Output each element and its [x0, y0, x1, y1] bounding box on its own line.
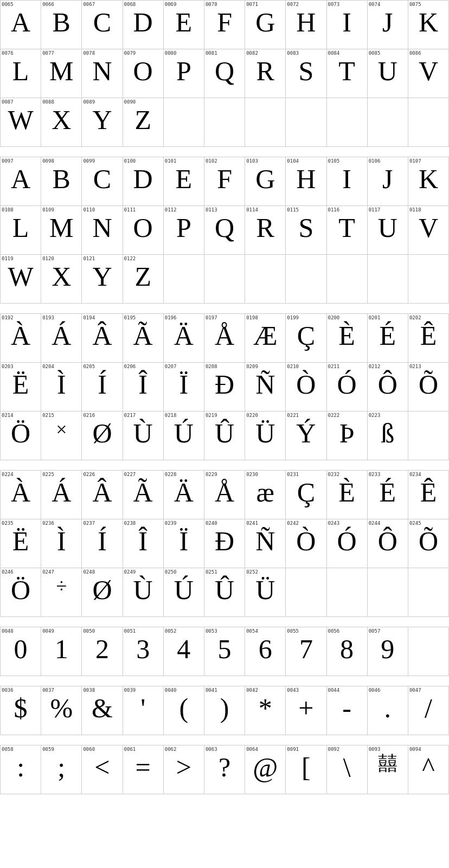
glyph-character: Z: [124, 263, 162, 290]
glyph-character: Ï: [165, 528, 203, 555]
glyph-character: Ô: [369, 528, 407, 555]
glyph-character: C: [83, 165, 121, 192]
glyph-cell: 0252Ü: [245, 568, 286, 617]
glyph-character: 5: [206, 635, 243, 663]
glyph-cell: 0223ß: [368, 412, 408, 460]
glyph-cell: 0213Õ: [408, 363, 449, 412]
glyph-cell: 0237Í: [82, 519, 123, 568]
glyph-cell: 0061=: [123, 745, 164, 794]
glyph-character: Ð: [206, 528, 243, 555]
glyph-character: [: [287, 754, 325, 781]
glyph-character: H: [287, 9, 325, 36]
glyph-character: X: [42, 263, 80, 290]
glyph-cell: 0236Ì: [41, 519, 82, 568]
glyph-cell: 0239Ï: [164, 519, 204, 568]
glyph-cell: 0083S: [286, 49, 326, 98]
glyph-character: Õ: [409, 528, 447, 555]
glyph-cell: 0066B: [41, 1, 82, 49]
glyph-character: H: [287, 165, 325, 192]
font-glyph-chart: 0065A0066B0067C0068D0069E0070F0071G0072H…: [0, 0, 449, 794]
glyph-cell: 0240Ð: [204, 519, 245, 568]
glyph-cell: 0101E: [164, 157, 204, 206]
glyph-character: +: [287, 695, 325, 722]
glyph-cell: 0206Î: [123, 363, 164, 412]
glyph-character: Û: [206, 576, 243, 603]
glyph-character: È: [328, 322, 366, 349]
glyph-character: U: [369, 214, 407, 241]
glyph-character: Á: [42, 322, 80, 349]
glyph-cell: 0084T: [327, 49, 368, 98]
glyph-character: Ã: [124, 479, 162, 506]
glyph-character: 0: [2, 635, 40, 663]
glyph-cell: 0037%: [41, 686, 82, 735]
glyph-cell: [245, 255, 286, 304]
glyph-character: Î: [124, 371, 162, 398]
glyph-cell: 0208Ð: [204, 363, 245, 412]
glyph-cell: 0247÷: [41, 568, 82, 617]
glyph-row: 0036$0037%0038&0039'0040(0041)0042*0043+…: [1, 686, 449, 735]
glyph-section-symbols2: 0058:0059;0060<0061=0062>0063?0064@0091[…: [0, 745, 449, 794]
glyph-row: 0097A0098B0099C0100D0101E0102F0103G0104H…: [1, 157, 449, 206]
glyph-cell: 0249Ù: [123, 568, 164, 617]
glyph-character: .: [369, 695, 407, 722]
glyph-cell: 00557: [286, 627, 326, 676]
glyph-cell: 0194Â: [82, 314, 123, 363]
glyph-character: D: [124, 9, 162, 36]
glyph-character: Ì: [42, 528, 80, 555]
glyph-cell: 0224À: [1, 471, 41, 519]
glyph-cell: 00546: [245, 627, 286, 676]
glyph-cell: 0241Ñ: [245, 519, 286, 568]
glyph-cell: 0098B: [41, 157, 82, 206]
glyph-cell: 0091[: [286, 745, 326, 794]
glyph-cell: 0212Ô: [368, 363, 408, 412]
glyph-cell: 0087W: [1, 98, 41, 147]
glyph-character: /: [409, 695, 447, 722]
glyph-cell: 0221Ý: [286, 412, 326, 460]
glyph-character: M: [42, 57, 80, 85]
glyph-character: Y: [83, 263, 121, 290]
glyph-cell: [368, 98, 408, 147]
glyph-cell: [204, 98, 245, 147]
glyph-cell: 0085U: [368, 49, 408, 98]
glyph-cell: 0099C: [82, 157, 123, 206]
glyph-cell: 0076L: [1, 49, 41, 98]
glyph-character: E: [165, 9, 203, 36]
glyph-character: $: [2, 695, 40, 722]
glyph-cell: [408, 98, 449, 147]
glyph-cell: 0116T: [327, 206, 368, 255]
glyph-character: Ã: [124, 322, 162, 349]
glyph-cell: 0248Ø: [82, 568, 123, 617]
glyph-cell: 0081Q: [204, 49, 245, 98]
glyph-character: B: [42, 9, 80, 36]
glyph-row: 0192À0193Á0194Â0195Ã0196Ä0197Å0198Æ0199Ç…: [1, 314, 449, 363]
glyph-character: 6: [246, 635, 284, 663]
glyph-section-digits: 0048000491005020051300524005350054600557…: [0, 627, 449, 676]
glyph-cell: 0121Y: [82, 255, 123, 304]
glyph-character: F: [206, 165, 243, 192]
glyph-cell: 0222Þ: [327, 412, 368, 460]
glyph-cell: 00524: [164, 627, 204, 676]
glyph-character: ?: [206, 754, 243, 781]
glyph-row: 0119W0120X0121Y0122Z: [1, 255, 449, 304]
glyph-character: Ó: [328, 371, 366, 398]
glyph-cell: 0218Ú: [164, 412, 204, 460]
glyph-character: Q: [206, 57, 243, 85]
glyph-character: Ï: [165, 371, 203, 398]
glyph-character: %: [42, 695, 80, 722]
glyph-character: T: [328, 57, 366, 85]
glyph-cell: 0059;: [41, 745, 82, 794]
glyph-section-extended2: 0224À0225Á0226Â0227Ã0228Ä0229Å0230æ0231Ç…: [0, 470, 449, 617]
glyph-character: Ý: [287, 420, 325, 447]
glyph-character: Ä: [165, 322, 203, 349]
glyph-cell: 0036$: [1, 686, 41, 735]
glyph-code: 0215: [42, 413, 80, 419]
glyph-cell: 0106J: [368, 157, 408, 206]
glyph-code: 0093: [369, 747, 407, 753]
glyph-cell: 0250Ú: [164, 568, 204, 617]
glyph-cell: 0040(: [164, 686, 204, 735]
glyph-cell: 0207Ï: [164, 363, 204, 412]
glyph-character: J: [369, 165, 407, 192]
glyph-cell: 0089Y: [82, 98, 123, 147]
glyph-character: Ð: [206, 371, 243, 398]
glyph-cell: 0058:: [1, 745, 41, 794]
